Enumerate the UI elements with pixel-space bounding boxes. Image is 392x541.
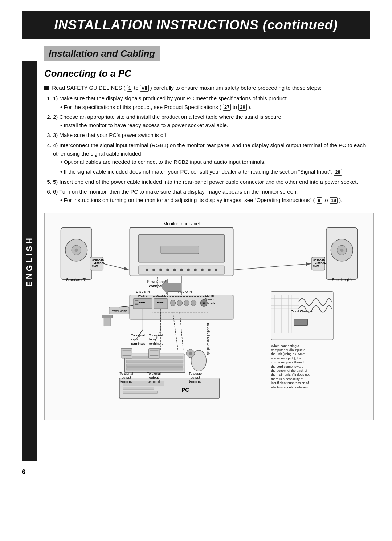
- section-title-wrapper: Installation and Cabling: [22, 39, 370, 61]
- svg-text:To signal: To signal: [147, 371, 161, 375]
- diagram-area: Monitor rear panel: [44, 213, 374, 420]
- content-wrapper: ENGLISH Connecting to a PC Read SAFETY G…: [22, 61, 392, 461]
- svg-text:To audio: To audio: [189, 371, 202, 375]
- svg-point-5: [146, 269, 148, 271]
- svg-text:input: input: [131, 338, 139, 342]
- step-2-subs: Install the monitor to have ready access…: [60, 121, 374, 129]
- svg-text:the unit (using a 3.5mm: the unit (using a 3.5mm: [271, 352, 305, 356]
- svg-text:Input: Input: [149, 338, 157, 342]
- svg-text:output: output: [191, 375, 200, 379]
- section-title: Installation and Cabling: [49, 48, 155, 59]
- svg-point-15: [215, 269, 217, 271]
- bullet-square-icon: [44, 86, 49, 90]
- svg-rect-136: [149, 349, 160, 359]
- svg-point-9: [173, 269, 176, 271]
- svg-text:terminals: terminals: [131, 342, 145, 346]
- svg-text:8Ω/W: 8Ω/W: [313, 265, 320, 267]
- svg-text:Power cable: Power cable: [111, 309, 128, 313]
- svg-text:there is a possibility of: there is a possibility of: [271, 377, 303, 381]
- svg-point-142: [189, 352, 192, 355]
- page-ref-29: 29: [238, 104, 246, 111]
- svg-text:stereo mini jack), the: stereo mini jack), the: [271, 356, 301, 360]
- page-ref-1: 1: [127, 85, 132, 92]
- step-5: 5) Insert one end of the power cable inc…: [53, 178, 374, 186]
- svg-text:Monitor rear panel: Monitor rear panel: [163, 221, 200, 226]
- svg-point-7: [159, 269, 162, 271]
- step-6-sub: For instructions on turning on the monit…: [60, 196, 374, 204]
- step-6: 6) Turn on the monitor, then the PC to m…: [53, 187, 374, 205]
- svg-point-6: [152, 269, 155, 271]
- step-4-sub1: Optional cables are needed to connect to…: [60, 158, 374, 166]
- svg-text:RGB1: RGB1: [139, 301, 147, 304]
- svg-text:D-SUB IN: D-SUB IN: [136, 290, 150, 294]
- safety-text-to: to: [134, 85, 140, 91]
- svg-text:the main unit. If it does not,: the main unit. If it does not,: [271, 373, 310, 377]
- svg-text:RGB2: RGB2: [156, 294, 165, 298]
- svg-text:Cord Clamper: Cord Clamper: [291, 309, 314, 313]
- svg-text:SPEAKER: SPEAKER: [92, 258, 104, 261]
- svg-rect-3: [161, 246, 199, 254]
- svg-line-28: [103, 264, 129, 270]
- svg-rect-73: [123, 387, 154, 390]
- svg-rect-78: [126, 364, 183, 367]
- step-4-sub2: If the signal cable included does not ma…: [60, 167, 374, 176]
- svg-point-11: [187, 269, 190, 271]
- svg-point-51: [184, 300, 189, 306]
- main-content: Connecting to a PC Read SAFETY GUIDELINE…: [37, 61, 392, 461]
- svg-rect-77: [126, 360, 183, 363]
- step-3: 3) Make sure that your PC’s power switch…: [53, 131, 374, 139]
- svg-text:RGB2: RGB2: [157, 301, 164, 304]
- svg-text:terminal: terminal: [120, 380, 132, 384]
- safety-text-start: Read SAFETY GUIDELINES (: [52, 85, 125, 91]
- header-title: INSTALLATION INSTRUCTIONS (continued): [54, 17, 338, 33]
- svg-point-32: [340, 249, 344, 252]
- svg-text:SPEAKER: SPEAKER: [313, 258, 325, 261]
- svg-text:insufficient suppression of: insufficient suppression of: [271, 381, 309, 385]
- svg-text:output: output: [149, 375, 159, 379]
- svg-text:8Ω/W: 8Ω/W: [92, 265, 99, 267]
- svg-text:terminal: terminal: [189, 380, 201, 384]
- svg-point-14: [208, 269, 211, 271]
- svg-text:Speaker (R): Speaker (R): [66, 278, 86, 282]
- page-number: 6: [22, 468, 392, 476]
- step-6-subs: For instructions on turning on the monit…: [60, 196, 374, 204]
- svg-point-22: [75, 249, 78, 252]
- steps-list: 1) Make sure that the display signals pr…: [53, 94, 374, 204]
- body-text: Read SAFETY GUIDELINES ( 1 to VII ) care…: [44, 84, 374, 204]
- svg-text:When connecting a: When connecting a: [271, 344, 299, 348]
- header-banner: INSTALLATION INSTRUCTIONS (continued): [22, 11, 370, 39]
- svg-rect-74: [123, 391, 158, 394]
- svg-text:PC: PC: [181, 387, 189, 393]
- page-ref-28: 28: [334, 169, 342, 176]
- svg-text:Speaker (L): Speaker (L): [332, 278, 352, 282]
- svg-text:computer audio input to: computer audio input to: [271, 348, 305, 352]
- step-1: 1) Make sure that the display signals pr…: [53, 94, 374, 111]
- page-ref-vii: VII: [140, 85, 149, 92]
- svg-point-13: [201, 269, 204, 271]
- svg-text:TERMINAL: TERMINAL: [92, 262, 105, 264]
- page-ref-9: 9: [317, 197, 322, 204]
- safety-para: Read SAFETY GUIDELINES ( 1 to VII ) care…: [44, 84, 374, 92]
- svg-text:output: output: [122, 375, 131, 379]
- svg-text:cord must pass through: cord must pass through: [271, 360, 305, 364]
- svg-rect-100: [102, 315, 113, 318]
- safety-text-end: ) carefully to ensure maximum safety bef…: [150, 85, 322, 91]
- svg-rect-79: [126, 368, 183, 371]
- svg-text:To signal: To signal: [131, 333, 145, 337]
- svg-rect-101: [271, 292, 333, 340]
- svg-text:RGB 1: RGB 1: [138, 294, 148, 298]
- page-ref-19: 19: [330, 197, 338, 204]
- diagram-svg: Monitor rear panel: [50, 219, 368, 412]
- svg-text:To signal: To signal: [119, 371, 133, 375]
- svg-point-50: [177, 300, 183, 306]
- svg-line-38: [233, 264, 311, 270]
- svg-point-52: [191, 300, 196, 306]
- step-2: 2) Choose an appropriate site and instal…: [53, 113, 374, 130]
- svg-text:To audio input terminals: To audio input terminals: [207, 323, 210, 355]
- subsection-title: Connecting to a PC: [44, 68, 374, 79]
- svg-point-49: [170, 300, 176, 306]
- svg-text:electromagnetic radiation.: electromagnetic radiation.: [271, 385, 309, 389]
- svg-point-12: [194, 269, 197, 271]
- english-sidebar: ENGLISH: [22, 61, 37, 461]
- section-title-bar: Installation and Cabling: [44, 46, 160, 61]
